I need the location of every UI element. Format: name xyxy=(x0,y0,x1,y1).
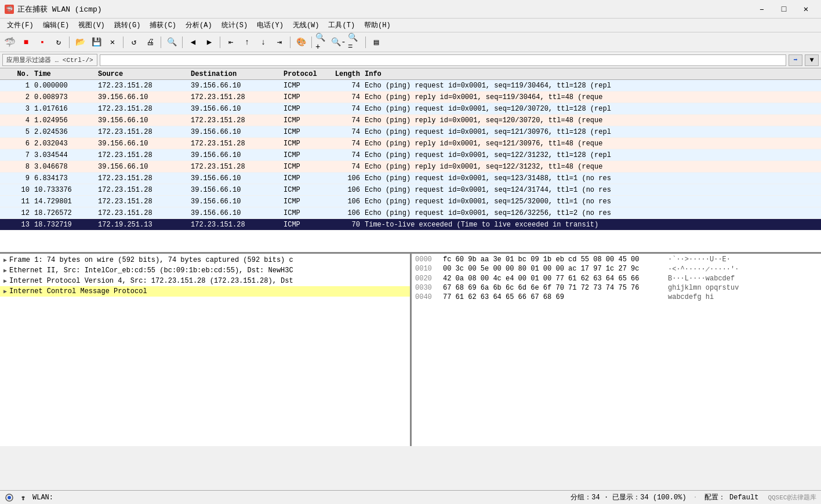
detail-item[interactable]: ▶Frame 1: 74 bytes on wire (592 bits), 7… xyxy=(0,255,410,265)
toolbar-zoom-out-button[interactable]: 🔍- xyxy=(331,35,346,50)
toolbar-zoom-in-button[interactable]: 🔍+ xyxy=(315,35,330,50)
cell-source: 172.23.151.28 xyxy=(96,128,188,136)
toolbar-print-button[interactable]: 🖨 xyxy=(143,35,158,50)
cell-source: 172.19.251.13 xyxy=(96,221,188,229)
cell-length: 74 xyxy=(328,140,362,148)
hex-bytes: 00 3c 00 5e 00 00 80 01 00 00 ac 17 97 1… xyxy=(443,265,663,273)
toolbar-start-button[interactable]: ■ xyxy=(19,35,34,50)
app-icon: 🦈 xyxy=(5,5,14,14)
toolbar-layout-button[interactable]: ▤ xyxy=(369,35,384,50)
toolbar-sep-4 xyxy=(182,36,183,48)
cell-protocol: ICMP xyxy=(281,174,328,182)
table-row[interactable]: 13 18.732719 172.19.251.13 172.23.151.28… xyxy=(0,219,821,231)
menu-help[interactable]: 帮助(H) xyxy=(359,19,395,31)
toolbar-coloring-button[interactable]: 🎨 xyxy=(293,35,308,50)
table-row[interactable]: 9 6.834173 172.23.151.28 39.156.66.10 IC… xyxy=(0,173,821,184)
toolbar-sep-5 xyxy=(220,36,220,48)
cell-time: 10.733376 xyxy=(32,186,96,194)
cell-protocol: ICMP xyxy=(281,82,328,90)
toolbar-reload-button[interactable]: ↺ xyxy=(126,35,141,50)
menu-analyze[interactable]: 分析(A) xyxy=(181,19,217,31)
detail-item[interactable]: ▶Internet Protocol Version 4, Src: 172.2… xyxy=(0,276,410,286)
table-row[interactable]: 10 10.733376 172.23.151.28 39.156.66.10 … xyxy=(0,184,821,196)
table-row[interactable]: 2 0.008973 39.156.66.10 172.23.151.28 IC… xyxy=(0,92,821,103)
menu-stats[interactable]: 统计(S) xyxy=(217,19,253,31)
table-row[interactable]: 8 3.046678 39.156.66.10 172.23.151.28 IC… xyxy=(0,161,821,173)
cell-time: 6.834173 xyxy=(32,174,96,182)
window-title: 正在捕获 WLAN (icmp) xyxy=(17,4,102,14)
hex-ascii: ·<·^·····̷·····'· xyxy=(668,265,739,273)
cell-destination: 39.156.66.10 xyxy=(188,209,281,217)
menu-view[interactable]: 视图(V) xyxy=(74,19,110,31)
menu-phone[interactable]: 电话(Y) xyxy=(252,19,288,31)
toolbar-jump-next-button[interactable]: ↓ xyxy=(256,35,271,50)
cell-info: Echo (ping) reply id=0x0001, seq=119/304… xyxy=(362,93,821,101)
cell-no: 7 xyxy=(0,151,32,159)
toolbar-restart-button[interactable]: ↻ xyxy=(51,35,66,50)
menu-wireless[interactable]: 无线(W) xyxy=(288,19,324,31)
status-profile: 配置： Default xyxy=(704,492,759,502)
toolbar-back-button[interactable]: ◀ xyxy=(186,35,201,50)
table-row[interactable]: 7 3.034544 172.23.151.28 39.156.66.10 IC… xyxy=(0,149,821,161)
filter-label-button[interactable]: 应用显示过滤器 … <Ctrl-/> xyxy=(2,54,97,66)
toolbar-save-button[interactable]: 💾 xyxy=(89,35,104,50)
packet-list[interactable]: No. Time Source Destination Protocol Len… xyxy=(0,68,821,254)
cell-source: 39.156.66.10 xyxy=(96,116,188,125)
hex-ascii: B···L····wabcdef xyxy=(668,275,735,283)
packet-list-header: No. Time Source Destination Protocol Len… xyxy=(0,68,821,80)
table-row[interactable]: 5 2.024536 172.23.151.28 39.156.66.10 IC… xyxy=(0,126,821,138)
cell-info: Echo (ping) request id=0x0001, seq=125/3… xyxy=(362,198,821,206)
cell-destination: 39.156.66.10 xyxy=(188,174,281,182)
table-row[interactable]: 3 1.017616 172.23.151.28 39.156.66.10 IC… xyxy=(0,103,821,115)
toolbar-jump-first-button[interactable]: ⇤ xyxy=(223,35,238,50)
menu-capture[interactable]: 捕获(C) xyxy=(145,19,181,31)
minimize-button[interactable]: – xyxy=(751,0,772,19)
toolbar-sep-8 xyxy=(365,36,366,48)
menu-jump[interactable]: 跳转(G) xyxy=(110,19,146,31)
toolbar-open-button[interactable]: 📂 xyxy=(72,35,88,50)
hex-row: 0030 67 68 69 6a 6b 6c 6d 6e 6f 70 71 72… xyxy=(412,283,821,293)
cell-no: 6 xyxy=(0,140,32,148)
table-row[interactable]: 1 0.000000 172.23.151.28 39.156.66.10 IC… xyxy=(0,80,821,92)
toolbar-find-button[interactable]: 🔍 xyxy=(164,35,179,50)
menu-edit[interactable]: 编辑(E) xyxy=(38,19,74,31)
cell-info: Echo (ping) request id=0x0001, seq=119/3… xyxy=(362,82,821,90)
table-row[interactable]: 6 2.032043 39.156.66.10 172.23.151.28 IC… xyxy=(0,138,821,149)
detail-text: Internet Protocol Version 4, Src: 172.23… xyxy=(9,277,293,285)
cell-length: 106 xyxy=(328,198,362,206)
detail-pane: ▶Frame 1: 74 bytes on wire (592 bits), 7… xyxy=(0,254,821,446)
cell-time: 0.008973 xyxy=(32,93,96,101)
detail-item[interactable]: ▶Internet Control Message Protocol xyxy=(0,286,410,297)
toolbar-close-button[interactable]: ✕ xyxy=(105,35,120,50)
table-row[interactable]: 12 18.726572 172.23.151.28 39.156.66.10 … xyxy=(0,207,821,219)
table-row[interactable]: 11 14.729801 172.23.151.28 39.156.66.10 … xyxy=(0,196,821,207)
cell-info: Echo (ping) reply id=0x0001, seq=122/312… xyxy=(362,163,821,171)
toolbar-jump-prev-button[interactable]: ↑ xyxy=(239,35,255,50)
hex-ascii: wabcdefg hi xyxy=(668,293,714,301)
filter-apply-button[interactable]: ➡ xyxy=(789,54,802,66)
toolbar: 🦈 ■ ▪ ↻ 📂 💾 ✕ ↺ 🖨 🔍 ◀ ▶ ⇤ ↑ ↓ ⇥ 🎨 🔍+ 🔍- … xyxy=(0,32,821,52)
close-button[interactable]: ✕ xyxy=(795,0,816,19)
toolbar-jump-last-button[interactable]: ⇥ xyxy=(272,35,287,50)
toolbar-forward-button[interactable]: ▶ xyxy=(202,35,217,50)
toolbar-zoom-normal-button[interactable]: 🔍= xyxy=(347,35,362,50)
cell-length: 74 xyxy=(328,105,362,113)
detail-item[interactable]: ▶Ethernet II, Src: IntelCor_eb:cd:55 (bc… xyxy=(0,265,410,276)
filter-input[interactable] xyxy=(100,54,786,66)
status-text: WLAN: xyxy=(32,494,53,502)
cell-length: 74 xyxy=(328,151,362,159)
cell-length: 74 xyxy=(328,116,362,125)
cell-source: 172.23.151.28 xyxy=(96,151,188,159)
toolbar-stop-button[interactable]: ▪ xyxy=(35,35,50,50)
cell-source: 39.156.66.10 xyxy=(96,93,188,101)
maximize-button[interactable]: □ xyxy=(773,0,794,19)
hex-bytes: 77 61 62 63 64 65 66 67 68 69 xyxy=(443,293,663,301)
table-row[interactable]: 4 1.024956 39.156.66.10 172.23.151.28 IC… xyxy=(0,115,821,126)
menu-file[interactable]: 文件(F) xyxy=(2,19,38,31)
hex-offset: 0020 xyxy=(415,275,438,283)
filter-bookmark-button[interactable]: ▼ xyxy=(805,54,819,66)
svg-point-2 xyxy=(23,498,24,500)
packet-detail[interactable]: ▶Frame 1: 74 bytes on wire (592 bits), 7… xyxy=(0,254,412,446)
menu-tools[interactable]: 工具(T) xyxy=(324,19,359,31)
hex-ascii: ghijklmn opqrstuv xyxy=(668,284,739,292)
